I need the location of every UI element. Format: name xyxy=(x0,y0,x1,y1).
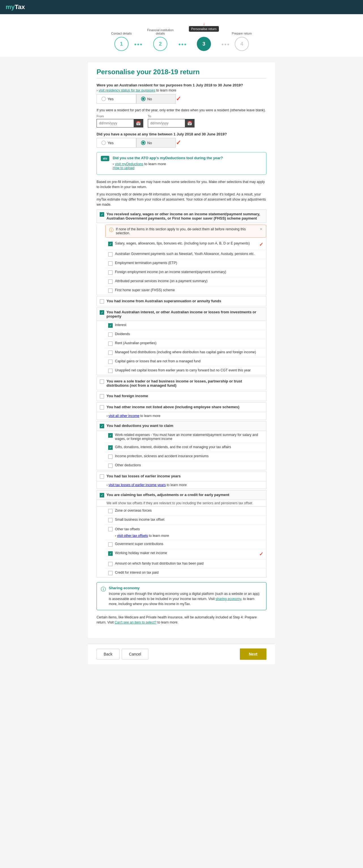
deductions-cb-1[interactable]: ✓ xyxy=(108,433,113,438)
section-deductions-checkbox[interactable]: ✓ xyxy=(100,424,104,428)
interest-item-2[interactable]: Dividends xyxy=(105,330,266,339)
section-tax-losses-header[interactable]: You had tax losses of earlier income yea… xyxy=(97,471,266,481)
interest-cb-3[interactable] xyxy=(108,341,113,346)
offsets-other-link[interactable]: visit other tax offsets xyxy=(117,534,148,538)
offsets-cb-3[interactable] xyxy=(108,527,113,531)
offsets-item-1[interactable]: Zone or overseas forces xyxy=(105,506,266,516)
back-button[interactable]: Back xyxy=(97,649,120,659)
q2-radio-group: Yes No ✓ xyxy=(97,138,266,148)
q2-no[interactable]: No xyxy=(136,138,176,148)
offsets-cb-1[interactable] xyxy=(108,509,113,513)
interest-item-1[interactable]: ✓ Interest xyxy=(105,321,266,330)
offsets-item-7[interactable]: Credit for interest on tax paid xyxy=(105,568,266,577)
offsets-cb-5[interactable]: ✓ xyxy=(108,551,113,556)
salary-item-3[interactable]: Employment termination payments (ETP) xyxy=(105,259,266,268)
interest-item-4[interactable]: Managed fund distributions (including wh… xyxy=(105,348,266,357)
deductions-cb-2[interactable]: ✓ xyxy=(108,445,113,450)
interest-cb-2[interactable] xyxy=(108,332,113,337)
section-other-income-checkbox[interactable] xyxy=(100,405,104,410)
footer-link[interactable]: Can't see an item to select? xyxy=(115,620,157,624)
offsets-item-5[interactable]: ✓ Working holiday maker net income ✓ xyxy=(105,549,266,559)
section-sole-trader-checkbox[interactable] xyxy=(100,379,104,384)
offsets-cb-6[interactable] xyxy=(108,562,113,566)
section-sole-trader-header[interactable]: You were a sole trader or had business i… xyxy=(97,376,266,390)
cancel-button[interactable]: Cancel xyxy=(122,649,148,659)
offsets-item-3[interactable]: Other tax offsets › visit other tax offs… xyxy=(105,525,266,540)
section-interest-header[interactable]: ✓ You had Australian interest, or other … xyxy=(97,307,266,321)
section-other-income-header[interactable]: You had other income not listed above (i… xyxy=(97,402,266,412)
interest-cb-5[interactable] xyxy=(108,360,113,364)
ato-upload-link[interactable]: How to upload xyxy=(113,166,262,170)
offsets-item-2[interactable]: Small business income tax offset xyxy=(105,516,266,525)
offsets-item-5-check: ✓ xyxy=(259,551,263,557)
salary-cb-2[interactable] xyxy=(108,252,113,257)
sharing-link[interactable]: sharing economy xyxy=(216,597,241,601)
offsets-item-6[interactable]: Amount on which family trust distributio… xyxy=(105,559,266,568)
from-input[interactable] xyxy=(97,120,134,127)
interest-cb-4[interactable] xyxy=(108,350,113,355)
from-calendar-icon[interactable]: 📅 xyxy=(134,119,143,127)
date-intro: If you were a resident for part of the y… xyxy=(97,108,266,112)
section-tax-offsets-header[interactable]: ✓ You are claiming tax offsets, adjustme… xyxy=(97,490,266,500)
ato-visit-link: › visit myDeductions to learn more xyxy=(113,162,262,166)
deductions-item-3[interactable]: Income protection, sickness and accident… xyxy=(105,452,266,461)
salary-item-1[interactable]: ✓ Salary, wages, allowances, tips, bonus… xyxy=(105,239,266,250)
step-2: Financial institution details 2 xyxy=(145,20,176,51)
section-super-header[interactable]: You had income from Australian superannu… xyxy=(97,296,266,306)
ato-visit-anchor[interactable]: visit myDeductions xyxy=(115,162,143,166)
next-button[interactable]: Next xyxy=(240,648,266,660)
logo-tax: Tax xyxy=(15,3,25,10)
section-interest-items: ✓ Interest Dividends Rent (Australian pr… xyxy=(97,321,266,375)
section-other-income-title: You had other income not listed above (i… xyxy=(106,405,263,409)
deductions-item-1[interactable]: ✓ Work-related expenses - You must have … xyxy=(105,431,266,443)
q1-block: Were you an Australian resident for tax … xyxy=(97,83,266,104)
salary-cb-4[interactable] xyxy=(108,270,113,275)
deductions-item-2[interactable]: ✓ Gifts, donations, interest, dividends,… xyxy=(105,443,266,452)
to-field: To 📅 xyxy=(148,115,195,127)
other-income-link[interactable]: visit all other income xyxy=(108,414,139,418)
section-foreign-checkbox[interactable] xyxy=(100,394,104,399)
interest-item-5[interactable]: Capital gains or losses that are not fro… xyxy=(105,357,266,366)
q1-yes[interactable]: Yes xyxy=(97,94,136,104)
section-super-checkbox[interactable] xyxy=(100,299,104,304)
section-foreign-header[interactable]: You had foreign income xyxy=(97,391,266,401)
interest-cb-6[interactable] xyxy=(108,369,113,373)
offsets-cb-7[interactable] xyxy=(108,571,113,576)
offsets-cb-2[interactable] xyxy=(108,518,113,522)
tax-losses-link[interactable]: visit tax losses of earlier income years xyxy=(108,483,166,487)
salary-item-2[interactable]: Australian Government payments such as N… xyxy=(105,250,266,259)
salary-item-6[interactable]: First home super saver (FHSS) scheme xyxy=(105,286,266,295)
q1-no[interactable]: No xyxy=(136,94,176,104)
section-deductions-items: ✓ Work-related expenses - You must have … xyxy=(97,431,266,470)
warning-close[interactable]: ✕ xyxy=(260,227,262,231)
date-block: If you were a resident for part of the y… xyxy=(97,108,266,127)
section-deductions-header[interactable]: ✓ You had deductions you want to claim xyxy=(97,421,266,431)
interest-item-6[interactable]: Unapplied net capital losses from earlie… xyxy=(105,366,266,375)
offsets-item-4[interactable]: Government super contributions xyxy=(105,540,266,549)
to-input[interactable] xyxy=(148,120,185,127)
q1-link-anchor[interactable]: visit residency status for tax purposes xyxy=(99,88,155,92)
interest-cb-1[interactable]: ✓ xyxy=(108,323,113,328)
salary-cb-5[interactable] xyxy=(108,279,113,284)
q2-yes[interactable]: Yes xyxy=(97,138,136,148)
section-tax-offsets-checkbox[interactable]: ✓ xyxy=(100,493,104,497)
section-tax-losses-checkbox[interactable] xyxy=(100,474,104,479)
step-3-circle: 3 xyxy=(197,37,211,51)
deductions-cb-3[interactable] xyxy=(108,455,113,459)
offsets-cb-4[interactable] xyxy=(108,542,113,547)
salary-cb-1[interactable]: ✓ xyxy=(108,242,113,246)
section-salary-header[interactable]: ✓ You received salary, wages or other in… xyxy=(97,209,266,223)
salary-item-4[interactable]: Foreign employment income (on an income … xyxy=(105,268,266,277)
deductions-cb-4[interactable] xyxy=(108,463,113,468)
salary-item-5[interactable]: Attributed personal services income (on … xyxy=(105,277,266,286)
deductions-item-4[interactable]: Other deductions xyxy=(105,461,266,470)
q2-text: Did you have a spouse at any time betwee… xyxy=(97,132,266,136)
dots-3-4 xyxy=(222,43,229,51)
interest-item-3[interactable]: Rent (Australian properties) xyxy=(105,339,266,348)
ato-content: Did you use the ATO app's myDeductions t… xyxy=(113,156,262,171)
salary-cb-3[interactable] xyxy=(108,261,113,266)
salary-cb-6[interactable] xyxy=(108,288,113,293)
section-interest-checkbox[interactable]: ✓ xyxy=(100,310,104,315)
section-salary-checkbox[interactable]: ✓ xyxy=(100,212,104,217)
to-calendar-icon[interactable]: 📅 xyxy=(185,119,194,127)
